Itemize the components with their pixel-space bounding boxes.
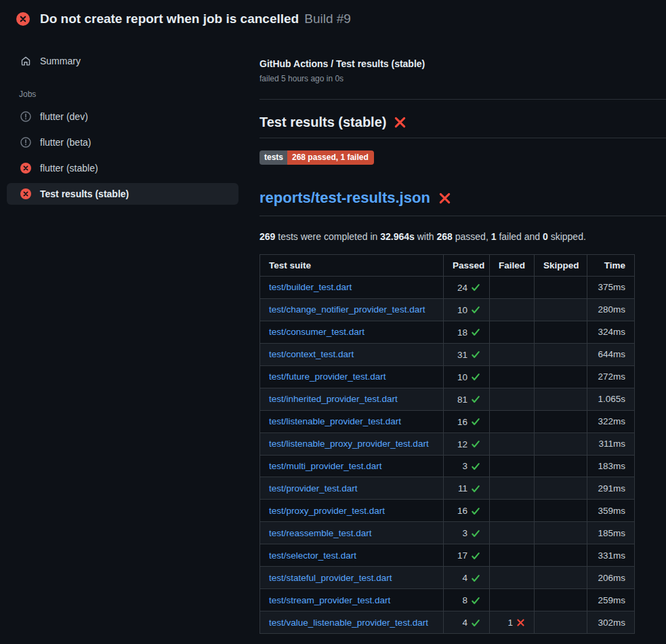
check-icon xyxy=(471,350,480,359)
check-icon xyxy=(471,573,480,583)
test-suite-link[interactable]: test/reassemble_test.dart xyxy=(269,528,372,538)
check-icon xyxy=(471,327,480,337)
count-value: 1 xyxy=(507,618,513,628)
column-header: Time xyxy=(587,255,635,277)
test-suite-link[interactable]: test/stateful_provider_test.dart xyxy=(269,573,392,583)
sidebar-item-summary[interactable]: Summary xyxy=(7,50,238,72)
check-icon xyxy=(471,439,480,449)
check-icon xyxy=(471,484,480,494)
count-value: 16 xyxy=(457,506,467,516)
jobs-list: flutter (dev)flutter (beta)flutter (stab… xyxy=(0,106,259,205)
check-icon xyxy=(471,462,480,471)
job-label: flutter (beta) xyxy=(40,137,91,148)
test-suite-link[interactable]: test/context_test.dart xyxy=(269,349,354,359)
badge-value: 268 passed, 1 failed xyxy=(287,150,374,165)
time-value: 644ms xyxy=(587,343,635,365)
count-value: 24 xyxy=(457,283,467,293)
divider xyxy=(259,99,666,100)
count-value: 12 xyxy=(457,439,467,449)
sidebar-job-item[interactable]: flutter (stable) xyxy=(7,157,238,179)
time-value: 259ms xyxy=(587,589,635,611)
test-suite-link[interactable]: test/future_provider_test.dart xyxy=(269,371,386,382)
table-row: test/builder_test.dart24375ms xyxy=(260,277,635,299)
count-value: 3 xyxy=(462,528,467,538)
table-row: test/change_notifier_provider_test.dart1… xyxy=(260,298,635,321)
table-header-row: Test suitePassedFailedSkippedTime xyxy=(260,255,635,277)
build-number: Build #9 xyxy=(304,12,351,26)
table-row: test/multi_provider_test.dart3183ms xyxy=(260,455,635,477)
neutral-status-icon xyxy=(20,111,31,122)
run-meta: failed 5 hours ago in 0s xyxy=(259,74,666,83)
time-value: 280ms xyxy=(587,298,635,321)
time-value: 302ms xyxy=(587,611,635,634)
count-value: 11 xyxy=(458,483,467,494)
failed-x-icon xyxy=(394,116,407,129)
check-icon xyxy=(471,395,480,404)
table-row: test/reassemble_test.dart3185ms xyxy=(260,522,635,544)
table-row: test/proxy_provider_test.dart16359ms xyxy=(260,500,635,522)
time-value: 291ms xyxy=(587,477,635,500)
job-label: Test results (stable) xyxy=(40,188,129,199)
count-value: 10 xyxy=(457,372,467,382)
check-icon xyxy=(471,551,480,561)
x-circle-icon xyxy=(20,188,31,199)
table-row: test/value_listenable_provider_test.dart… xyxy=(260,611,635,634)
summary-text: 269 tests were completed in 32.964s with… xyxy=(259,231,666,242)
table-row: test/selector_test.dart17331ms xyxy=(260,544,635,567)
section-title: Test results (stable) xyxy=(259,115,386,130)
check-icon xyxy=(471,618,480,628)
badge-label: tests xyxy=(259,150,287,165)
count-value: 4 xyxy=(462,573,467,583)
sidebar-job-item[interactable]: flutter (beta) xyxy=(7,132,238,153)
test-suite-link[interactable]: test/stream_provider_test.dart xyxy=(269,595,390,605)
time-value: 322ms xyxy=(587,410,635,432)
test-suite-link[interactable]: test/multi_provider_test.dart xyxy=(269,461,382,471)
test-suite-link[interactable]: test/inherited_provider_test.dart xyxy=(269,394,398,404)
test-suite-link[interactable]: test/provider_test.dart xyxy=(269,483,358,494)
neutral-status-icon xyxy=(20,137,31,148)
time-value: 311ms xyxy=(587,432,635,455)
job-label: flutter (stable) xyxy=(40,163,98,174)
check-icon xyxy=(471,283,480,292)
test-results-table: Test suitePassedFailedSkippedTime test/b… xyxy=(259,254,635,634)
count-value: 3 xyxy=(462,461,467,471)
table-row: test/stateful_provider_test.dart4206ms xyxy=(260,567,635,589)
tests-badge: tests 268 passed, 1 failed xyxy=(259,150,374,165)
count-value: 10 xyxy=(457,305,467,315)
count-value: 16 xyxy=(457,417,467,427)
check-run-header: Do not create report when job is cancell… xyxy=(0,0,666,37)
table-row: test/stream_provider_test.dart8259ms xyxy=(260,589,635,611)
job-label: flutter (dev) xyxy=(40,111,88,122)
check-icon xyxy=(471,596,480,605)
table-body: test/builder_test.dart24375mstest/change… xyxy=(260,277,635,634)
time-value: 272ms xyxy=(587,365,635,388)
sidebar: Summary Jobs flutter (dev)flutter (beta)… xyxy=(0,37,259,209)
x-circle-icon xyxy=(16,12,30,26)
count-value: 18 xyxy=(457,327,467,338)
time-value: 183ms xyxy=(587,455,635,477)
test-suite-link[interactable]: test/proxy_provider_test.dart xyxy=(269,506,385,516)
test-suite-link[interactable]: test/value_listenable_provider_test.dart xyxy=(269,618,428,628)
sidebar-job-item[interactable]: flutter (dev) xyxy=(7,106,238,127)
sidebar-job-item[interactable]: Test results (stable) xyxy=(7,183,238,205)
count-value: 4 xyxy=(462,618,467,628)
test-suite-link[interactable]: test/listenable_provider_test.dart xyxy=(269,416,401,426)
check-icon xyxy=(471,506,480,516)
table-row: test/listenable_proxy_provider_test.dart… xyxy=(260,432,635,455)
page-title: Do not create report when job is cancell… xyxy=(40,12,299,26)
x-circle-icon xyxy=(20,163,31,174)
table-row: test/consumer_test.dart18324ms xyxy=(260,321,635,343)
report-file-link[interactable]: reports/test-results.json xyxy=(259,189,430,207)
column-header: Failed xyxy=(490,255,535,277)
check-icon xyxy=(471,529,480,538)
count-value: 8 xyxy=(462,595,467,605)
test-suite-link[interactable]: test/selector_test.dart xyxy=(269,550,356,561)
test-suite-link[interactable]: test/listenable_proxy_provider_test.dart xyxy=(269,439,429,449)
test-suite-link[interactable]: test/change_notifier_provider_test.dart xyxy=(269,304,425,315)
time-value: 1.065s xyxy=(587,388,635,410)
column-header: Skipped xyxy=(535,255,587,277)
count-value: 31 xyxy=(457,350,467,360)
test-suite-link[interactable]: test/builder_test.dart xyxy=(269,282,352,292)
test-suite-link[interactable]: test/consumer_test.dart xyxy=(269,327,365,337)
table-row: test/inherited_provider_test.dart811.065… xyxy=(260,388,635,410)
